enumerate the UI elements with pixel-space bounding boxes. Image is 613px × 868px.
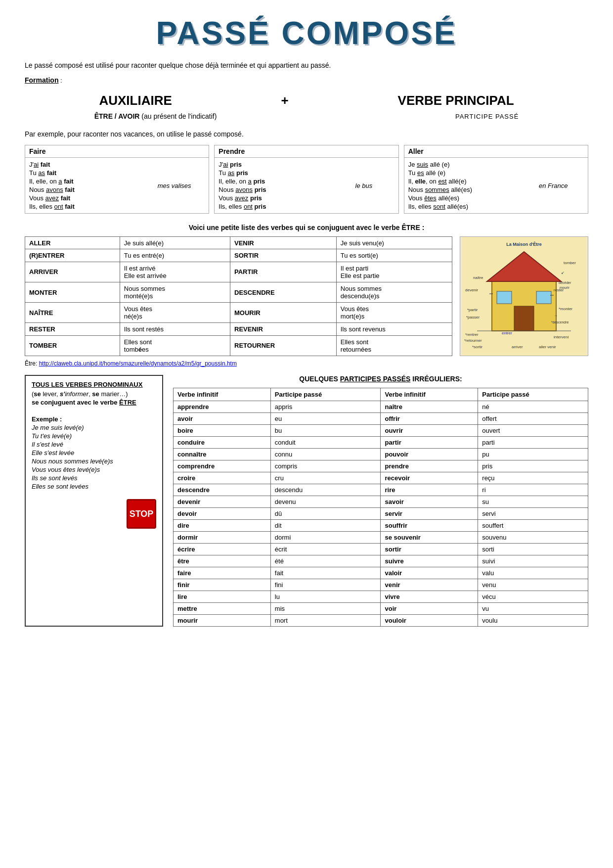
participe-cell-0: descendre xyxy=(174,484,271,496)
faire-line-6: Ils, elles ont fait xyxy=(29,203,136,210)
participe-cell-0: finir xyxy=(174,579,271,591)
table-row: ALLER Je suis allé(e) VENIR Je suis venu… xyxy=(25,237,452,249)
participe-cell-1: fini xyxy=(270,579,381,591)
prendre-line-3: Il, elle, on a pris xyxy=(219,178,325,185)
participe-cell-1: mort xyxy=(270,615,381,627)
participe-cell-1: dit xyxy=(270,520,381,532)
participe-cell-2: venir xyxy=(381,579,478,591)
pronominaux-title: TOUS LES VERBES PRONOMINAUX xyxy=(32,381,156,388)
pron-line-1: Je me suis levé(e) xyxy=(32,424,156,431)
participe-cell-2: ouvrir xyxy=(381,425,478,437)
svg-text:↙: ↙ xyxy=(561,271,565,275)
participe-cell-2: offrir xyxy=(381,413,478,425)
table-row: écrireécritsortirsorti xyxy=(174,544,588,555)
prendre-header: Prendre xyxy=(215,145,398,158)
vp-title: VERBE PRINCIPAL xyxy=(398,93,514,108)
faire-conjugations: J'ai fait Tu as fait Il, elle, on a fait… xyxy=(25,158,140,213)
svg-text:*descendre: *descendre xyxy=(551,320,569,324)
svg-text:*passer: *passer xyxy=(466,315,480,320)
participe-cell-0: faire xyxy=(174,567,271,579)
aller-header: Aller xyxy=(404,145,588,158)
svg-text:La Maison d'Être: La Maison d'Être xyxy=(506,241,542,247)
house-svg: La Maison d'Être naître tomber ↙ devenir… xyxy=(462,237,586,356)
participe-cell-1: lu xyxy=(270,591,381,603)
verb-retourner: RETOURNER xyxy=(230,335,337,356)
verb-descendre: DESCENDRE xyxy=(230,282,337,302)
table-row: descendredescendurireri xyxy=(174,484,588,496)
participes-table: Verbe infinitif Participe passé Verbe in… xyxy=(173,388,588,627)
participe-cell-2: pouvoir xyxy=(381,449,478,460)
participe-cell-2: valoir xyxy=(381,567,478,579)
pronominaux-box: TOUS LES VERBES PRONOMINAUX (se lever, s… xyxy=(25,375,163,627)
participe-cell-1: compris xyxy=(270,460,381,472)
prendre-table: Prendre J'ai pris Tu as pris Il, elle, o… xyxy=(214,145,398,214)
conjugation-tables: Faire J'ai fait Tu as fait Il, elle, on … xyxy=(25,145,588,214)
table-row: direditsouffrirsouffert xyxy=(174,520,588,532)
aller-line-1: Je suis allé (e) xyxy=(408,161,515,168)
verb-sortir: SORTIR xyxy=(230,249,337,262)
prendre-line-4: Nous avons pris xyxy=(219,186,325,193)
aux-sub-left: ÊTRE / AVOIR (au présent de l'indicatif) xyxy=(94,112,217,120)
participe-cell-1: dû xyxy=(270,508,381,520)
pronominaux-subtitle2: se conjuguent avec le verbe ÊTRE xyxy=(32,399,156,406)
svg-text:*partir: *partir xyxy=(467,308,478,312)
svg-text:tomber: tomber xyxy=(564,261,576,265)
table-row: devoirdûservirservi xyxy=(174,508,588,520)
participe-cell-0: mourir xyxy=(174,615,271,627)
faire-table: Faire J'ai fait Tu as fait Il, elle, on … xyxy=(25,145,209,214)
participe-cell-2: se souvenir xyxy=(381,532,478,544)
pron-line-2: Tu t'es levé(e) xyxy=(32,432,156,440)
faire-line-5: Vous avez fait xyxy=(29,194,136,202)
participe-cell-0: lire xyxy=(174,591,271,603)
participe-cell-3: suivi xyxy=(478,555,588,567)
table-row: RESTER Ils sont restés REVENIR Ils sont … xyxy=(25,323,452,335)
conj-retourner: Elles sontretournées xyxy=(336,335,452,356)
svg-text:*monter: *monter xyxy=(559,307,572,311)
exemple-label: Exemple : xyxy=(32,415,156,423)
col-header-1: Verbe infinitif xyxy=(174,388,271,401)
participe-cell-2: partir xyxy=(381,437,478,449)
aller-line-2: Tu es allé (e) xyxy=(408,169,515,177)
aller-side: en France xyxy=(519,158,588,213)
participe-cell-3: servi xyxy=(478,508,588,520)
formation-label: Formation : xyxy=(25,76,588,93)
participe-cell-3: né xyxy=(478,401,588,413)
etre-link[interactable]: http://claweb.cla.unipd.it/home/smazurel… xyxy=(39,360,237,367)
participes-section: QUELQUES PARTICIPES PASSÉS IRRÉGULIERS: … xyxy=(173,375,588,627)
participe-cell-0: connaître xyxy=(174,449,271,460)
table-row: finirfinivenirvenu xyxy=(174,579,588,591)
pron-line-6: Vous vous êtes levé(e)s xyxy=(32,466,156,473)
etre-section-title: Voici une petite liste des verbes qui se… xyxy=(25,224,588,231)
participe-cell-1: été xyxy=(270,555,381,567)
participe-cell-2: servir xyxy=(381,508,478,520)
participe-cell-3: parti xyxy=(478,437,588,449)
conj-rentrer: Tu es entré(e) xyxy=(120,249,230,262)
auxiliaire-sub-row: ÊTRE / AVOIR (au présent de l'indicatif)… xyxy=(25,112,588,120)
participe-cell-3: offert xyxy=(478,413,588,425)
svg-text:devenir: devenir xyxy=(465,288,479,292)
conj-partir: Il est partiElle est partie xyxy=(336,262,452,282)
participe-cell-2: voir xyxy=(381,603,478,615)
participe-cell-1: descendu xyxy=(270,484,381,496)
participe-cell-2: souffrir xyxy=(381,520,478,532)
verb-rester: RESTER xyxy=(25,323,120,335)
participe-cell-0: dormir xyxy=(174,532,271,544)
verb-monter: MONTER xyxy=(25,282,120,302)
participes-title: QUELQUES PARTICIPES PASSÉS IRRÉGULIERS: xyxy=(173,375,588,383)
participe-cell-2: prendre xyxy=(381,460,478,472)
conj-revenir: Ils sont revenus xyxy=(336,323,452,335)
verb-rentrer: (R)ENTRER xyxy=(25,249,120,262)
participe-cell-3: reçu xyxy=(478,472,588,484)
svg-text:aller  venir: aller venir xyxy=(539,345,556,349)
aller-conjugations: Je suis allé (e) Tu es allé (e) Il, elle… xyxy=(404,158,519,213)
table-row: croirecrurecevoirreçu xyxy=(174,472,588,484)
conj-monter: Nous sommesmonté(e)s xyxy=(120,282,230,302)
prendre-line-6: Ils, elles ont pris xyxy=(219,203,325,210)
prendre-side: le bus xyxy=(329,158,398,213)
table-row: mourirmortvouloirvoulu xyxy=(174,615,588,627)
table-row: mettremisvoirvu xyxy=(174,603,588,615)
conj-sortir: Tu es sorti(e) xyxy=(336,249,452,262)
faire-line-3: Il, elle, on a fait xyxy=(29,178,136,185)
verb-partir: PARTIR xyxy=(230,262,337,282)
participe-cell-0: avoir xyxy=(174,413,271,425)
